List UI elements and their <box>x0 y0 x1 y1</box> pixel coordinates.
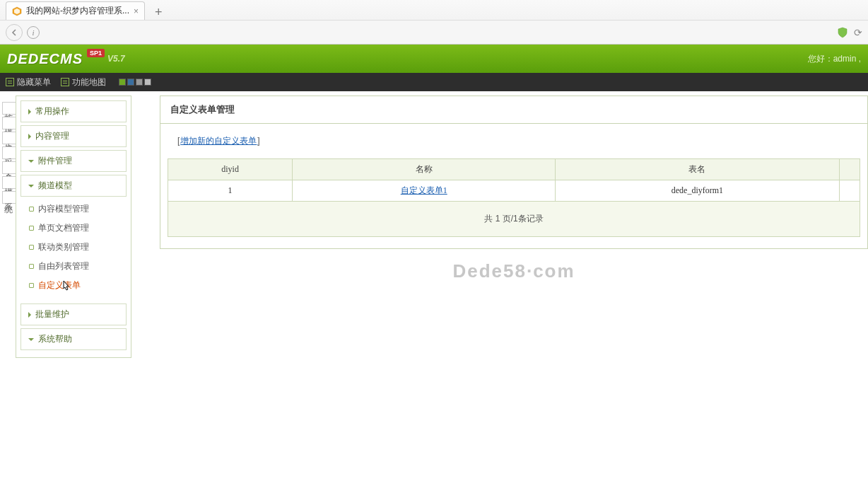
nav-item-content-model[interactable]: 内容模型管理 <box>26 200 127 219</box>
logo-sp-badge: SP1 <box>87 49 105 57</box>
nav-item-label: 内容模型管理 <box>38 203 89 215</box>
url-input[interactable] <box>44 24 833 41</box>
logo-version: V5.7 <box>107 54 125 64</box>
chevron-right-icon <box>28 134 31 139</box>
app-header: DEDECMS SP1 V5.7 您好：admin , <box>0 45 868 73</box>
left-nav: 常用操作 内容管理 附件管理 频道模型 内容模型管理 单页文档管理 联动类别管理… <box>16 96 131 358</box>
function-map-label: 功能地图 <box>72 76 106 88</box>
chevron-right-icon <box>28 109 31 115</box>
main-content: 自定义表单管理 增加新的自定义表单 diyid 名称 表名 1 自定义表单1 <box>131 91 868 362</box>
menu-bar: 隐藏菜单 功能地图 <box>0 73 868 91</box>
shield-icon[interactable] <box>837 27 848 38</box>
browser-chrome: 我的网站-织梦内容管理系... × + i ⟳ <box>0 0 868 45</box>
cell-diyid: 1 <box>168 180 293 202</box>
nav-header-content[interactable]: 内容管理 <box>21 126 126 146</box>
new-tab-button[interactable]: + <box>151 5 167 20</box>
nav-item-label: 自定义表单 <box>38 279 81 291</box>
col-table: 表名 <box>556 159 839 180</box>
url-bar: i ⟳ <box>0 20 868 44</box>
form-name-link[interactable]: 自定义表单1 <box>401 185 447 195</box>
panel-title: 自定义表单管理 <box>160 96 868 123</box>
nav-item-label: 单页文档管理 <box>38 222 89 234</box>
bullet-icon <box>29 226 34 231</box>
site-info-icon[interactable]: i <box>27 26 40 39</box>
nav-section-attachment: 附件管理 <box>20 150 127 172</box>
theme-swatch-light[interactable] <box>144 79 151 86</box>
side-tab-template[interactable]: 模板 <box>2 176 16 189</box>
data-table: diyid 名称 表名 1 自定义表单1 dede_diyform1 <box>168 158 860 202</box>
nav-header-common[interactable]: 常用操作 <box>21 101 126 122</box>
panel-body: 增加新的自定义表单 diyid 名称 表名 1 自定义表单1 dede_diyf… <box>160 123 868 249</box>
nav-header-batch[interactable]: 批量维护 <box>21 304 126 325</box>
reload-icon[interactable]: ⟳ <box>854 27 862 38</box>
nav-label: 系统帮助 <box>38 333 72 345</box>
cell-table: dede_diyform1 <box>556 180 839 202</box>
nav-header-channel[interactable]: 频道模型 <box>20 175 127 197</box>
nav-items-channel: 内容模型管理 单页文档管理 联动类别管理 自由列表管理 自定义表单 <box>20 197 127 301</box>
bullet-icon <box>29 283 34 288</box>
col-name: 名称 <box>293 159 556 180</box>
logo-text: DEDECMS <box>7 51 83 67</box>
side-tab-collect[interactable]: 采集 <box>2 146 16 159</box>
browser-tab[interactable]: 我的网站-织梦内容管理系... × <box>6 1 145 20</box>
nav-section-common: 常用操作 <box>20 100 127 122</box>
cell-name: 自定义表单1 <box>293 180 556 202</box>
nav-label: 内容管理 <box>35 130 69 142</box>
theme-swatches <box>119 79 151 86</box>
side-tab-generate[interactable]: 生成 <box>2 132 16 144</box>
nav-section-batch: 批量维护 <box>20 303 127 325</box>
grid-icon <box>6 78 14 86</box>
function-map-button[interactable]: 功能地图 <box>61 76 106 88</box>
nav-item-free-list[interactable]: 自由列表管理 <box>26 257 127 276</box>
grid-icon <box>61 78 69 86</box>
tab-title: 我的网站-织梦内容管理系... <box>26 5 129 17</box>
nav-item-single-page[interactable]: 单页文档管理 <box>26 219 127 238</box>
col-diyid: diyid <box>168 159 293 180</box>
nav-label: 频道模型 <box>38 180 72 192</box>
logo: DEDECMS SP1 V5.7 <box>7 51 125 67</box>
add-form-link[interactable]: 增加新的自定义表单 <box>172 132 266 150</box>
nav-back-button[interactable] <box>6 24 23 41</box>
tab-close-icon[interactable]: × <box>134 6 139 16</box>
nav-item-diy-form[interactable]: 自定义表单 <box>26 276 127 295</box>
nav-item-label: 自由列表管理 <box>38 260 89 272</box>
chevron-down-icon <box>28 185 34 187</box>
nav-section-channel: 频道模型 内容模型管理 单页文档管理 联动类别管理 自由列表管理 自定义表单 <box>20 175 127 301</box>
pager: 共 1 页/1条记录 <box>168 202 860 237</box>
nav-section-help: 系统帮助 <box>20 328 127 350</box>
tab-bar: 我的网站-织梦内容管理系... × + <box>0 0 868 20</box>
nav-item-label: 联动类别管理 <box>38 241 89 253</box>
hide-menu-label: 隐藏菜单 <box>17 76 51 88</box>
bullet-icon <box>29 264 34 269</box>
nav-label: 常用操作 <box>35 105 69 117</box>
watermark: Dede58·com <box>160 260 868 282</box>
theme-swatch-blue[interactable] <box>127 79 134 86</box>
chevron-down-icon <box>28 338 34 341</box>
nav-header-help[interactable]: 系统帮助 <box>21 329 126 349</box>
cell-action <box>839 180 860 202</box>
user-greeting: 您好：admin , <box>808 53 861 65</box>
favicon-icon <box>12 6 22 16</box>
chevron-right-icon <box>28 312 31 318</box>
nav-item-linkage[interactable]: 联动类别管理 <box>26 238 127 257</box>
chevron-down-icon <box>28 160 34 163</box>
theme-swatch-green[interactable] <box>119 79 126 86</box>
table-header-row: diyid 名称 表名 <box>168 159 860 180</box>
side-tab-system[interactable]: 系统 <box>2 191 16 204</box>
nav-header-attachment[interactable]: 附件管理 <box>21 151 126 171</box>
bullet-icon <box>29 245 34 250</box>
theme-swatch-gray[interactable] <box>136 79 143 86</box>
col-action <box>839 159 860 180</box>
nav-label: 批量维护 <box>35 308 69 320</box>
bullet-icon <box>29 207 34 212</box>
workspace: 核心 模块 生成 采集 会员 模板 系统 常用操作 内容管理 附件管理 频道模型… <box>0 91 868 362</box>
side-tabs: 核心 模块 生成 采集 会员 模板 系统 <box>0 91 16 362</box>
nav-section-content: 内容管理 <box>20 125 127 147</box>
table-row: 1 自定义表单1 dede_diyform1 <box>168 180 860 202</box>
side-tab-member[interactable]: 会员 <box>2 161 16 174</box>
nav-label: 附件管理 <box>38 155 72 167</box>
hide-menu-button[interactable]: 隐藏菜单 <box>6 76 51 88</box>
side-tab-module[interactable]: 模块 <box>2 117 16 129</box>
side-tab-core[interactable]: 核心 <box>2 102 16 115</box>
